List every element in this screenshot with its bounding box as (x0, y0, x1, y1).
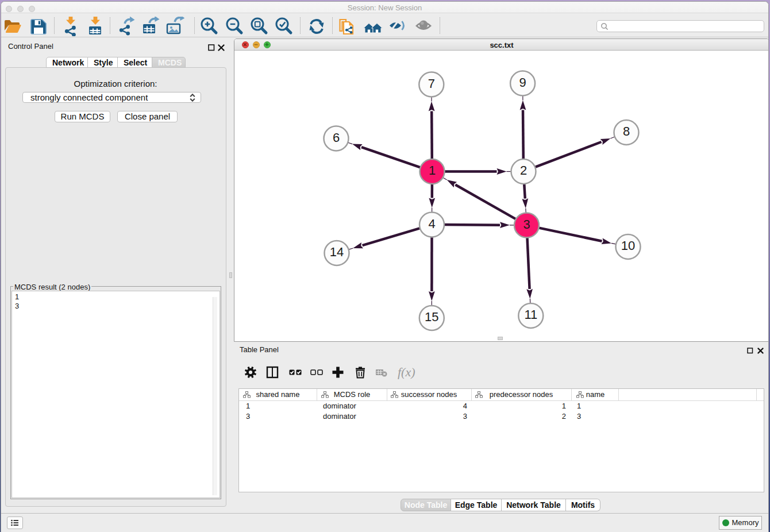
svg-text:7: 7 (428, 76, 435, 91)
svg-text:15: 15 (425, 310, 438, 324)
svg-text:10: 10 (621, 238, 635, 253)
svg-text:6: 6 (333, 130, 340, 145)
svg-text:9: 9 (519, 75, 526, 90)
svg-text:14: 14 (330, 245, 344, 259)
svg-text:1: 1 (429, 163, 436, 178)
svg-text:8: 8 (623, 124, 630, 138)
svg-text:2: 2 (520, 163, 527, 178)
svg-text:11: 11 (524, 307, 537, 322)
svg-text:4: 4 (428, 217, 435, 231)
svg-text:3: 3 (523, 217, 530, 232)
